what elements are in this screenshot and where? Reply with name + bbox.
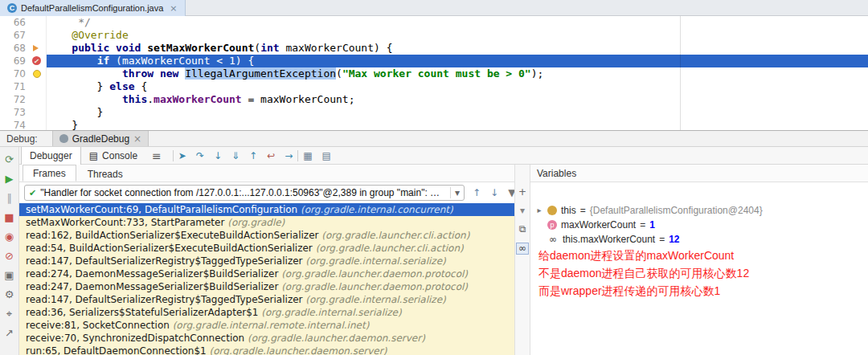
- editor-tab-title: DefaultParallelismConfiguration.java: [21, 3, 163, 13]
- code-line[interactable]: 69 if (maxWorkerCount < 1) {: [0, 55, 868, 67]
- frame-location: read:54, BuildActionSerializer$ExecuteBu…: [26, 243, 316, 254]
- session-tab-title: GradleDebug: [72, 133, 129, 145]
- code-line[interactable]: 73 }: [0, 106, 868, 119]
- debug-main: Debugger ▤ Console ≡ ➤↷↓⇓↑↩→ ▦▤ Frames T…: [19, 147, 868, 355]
- line-number[interactable]: 67: [0, 29, 29, 42]
- session-tab-gradledebug[interactable]: GradleDebug ×: [52, 131, 149, 146]
- gutter-cell[interactable]: [29, 67, 47, 80]
- code-text: public void setMaxWorkerCount(int maxWor…: [47, 42, 868, 55]
- frame-row[interactable]: read:147, DefaultSerializerRegistry$Tagg…: [19, 255, 514, 267]
- code-text: */: [47, 16, 868, 29]
- pin-icon[interactable]: ⌖: [6, 308, 12, 320]
- intention-bulb-icon[interactable]: [33, 70, 41, 78]
- view-breakpoints-icon[interactable]: ◉: [5, 231, 14, 243]
- frame-down-icon[interactable]: ↓: [490, 187, 498, 198]
- line-number[interactable]: 72: [0, 93, 29, 106]
- step-over-icon[interactable]: ↷: [196, 150, 204, 161]
- line-number[interactable]: 66: [0, 16, 29, 29]
- tab-frames[interactable]: Frames: [23, 165, 76, 182]
- line-number[interactable]: 70: [0, 67, 29, 80]
- code-text: if (maxWorkerCount < 1) {: [47, 55, 868, 67]
- variable-kind-icon: [547, 206, 557, 215]
- frame-package: (org.gradle): [227, 217, 285, 228]
- editor-tab[interactable]: C DefaultParallelismConfiguration.java ×: [0, 0, 186, 16]
- step-into-icon[interactable]: ↓: [214, 150, 222, 161]
- tab-debugger[interactable]: Debugger: [21, 147, 81, 165]
- debug-left-toolbar: ⟳▶∥■◉⊘▣⚙⌖↗: [0, 147, 19, 355]
- breakpoint-icon[interactable]: [32, 56, 41, 65]
- frame-row[interactable]: read:274, DaemonMessageSerializer$BuildS…: [19, 267, 514, 280]
- tab-console-label: Console: [102, 150, 137, 161]
- frame-row[interactable]: read:247, DaemonMessageSerializer$BuildS…: [19, 280, 514, 293]
- variable-row[interactable]: ∞this.maxWorkerCount = 12: [535, 232, 868, 247]
- close-icon[interactable]: ×: [170, 3, 177, 14]
- step-toolbar: ➤↷↓⇓↑↩→: [178, 150, 293, 161]
- code-line[interactable]: 71 } else {: [0, 80, 868, 93]
- rerun-icon[interactable]: ⟳: [5, 153, 14, 166]
- gutter-cell[interactable]: [29, 55, 47, 67]
- code-line[interactable]: 66 */: [0, 16, 868, 29]
- gutter-cell[interactable]: [29, 42, 47, 55]
- show-watches-icon[interactable]: ∞: [516, 243, 529, 255]
- variable-row[interactable]: pmaxWorkerCount = 1: [535, 218, 868, 232]
- line-number[interactable]: 69: [0, 55, 29, 67]
- run-to-cursor-icon[interactable]: →: [285, 150, 293, 161]
- mute-breakpoints-icon[interactable]: ⊘: [5, 250, 14, 263]
- force-step-into-icon[interactable]: ⇓: [231, 150, 240, 161]
- line-number[interactable]: 74: [0, 119, 29, 130]
- pause-icon[interactable]: ∥: [6, 192, 12, 205]
- line-number[interactable]: 73: [0, 106, 29, 119]
- layout-icon[interactable]: ▤: [322, 150, 331, 161]
- restore-layout-icon[interactable]: ↗: [5, 327, 14, 340]
- frame-package: (org.gradle.internal.serialize): [305, 294, 445, 305]
- thread-dump-icon[interactable]: ▣: [4, 269, 14, 282]
- collapse-icon[interactable]: ▾: [520, 206, 525, 216]
- tab-console[interactable]: ▤ Console: [81, 147, 145, 165]
- frame-row[interactable]: read:54, BuildActionSerializer$ExecuteBu…: [19, 242, 514, 255]
- code-line[interactable]: 67 @Override: [0, 29, 868, 42]
- gutter-run-icon[interactable]: [33, 45, 39, 51]
- variables-title: Variables: [537, 168, 576, 179]
- frame-row[interactable]: setMaxWorkerCount:69, DefaultParallelism…: [19, 203, 514, 216]
- debug-split: Frames Threads ✔ "Handler for socket con…: [19, 165, 868, 355]
- line-number[interactable]: 68: [0, 42, 29, 55]
- code-line[interactable]: 70 throw new IllegalArgumentException("M…: [0, 67, 868, 80]
- line-number[interactable]: 71: [0, 80, 29, 93]
- resume-icon[interactable]: ▶: [6, 173, 14, 186]
- close-icon[interactable]: ×: [133, 133, 141, 145]
- equals-sign: =: [640, 218, 645, 232]
- frame-row[interactable]: read:162, BuildActionSerializer$ExecuteB…: [19, 229, 514, 242]
- variable-row[interactable]: ▸this = {DefaultParallelismConfiguration…: [535, 203, 868, 218]
- frame-row[interactable]: read:147, DefaultSerializerRegistry$Tagg…: [19, 293, 514, 306]
- frame-location: run:65, DefaultDaemonConnection$1: [26, 345, 210, 355]
- code-line[interactable]: 74 }: [0, 119, 868, 130]
- drop-frame-icon[interactable]: ↩: [267, 150, 275, 161]
- tab-threads[interactable]: Threads: [78, 166, 133, 182]
- settings-icon[interactable]: ⚙: [5, 288, 14, 301]
- code-editor[interactable]: 66 */67 @Override68 public void setMaxWo…: [0, 16, 868, 130]
- code-line[interactable]: 72 this.maxWorkerCount = maxWorkerCount;: [0, 93, 868, 106]
- menu-icon[interactable]: ≡: [152, 149, 162, 162]
- frame-location: read:274, DaemonMessageSerializer$BuildS…: [26, 268, 281, 280]
- frame-up-icon[interactable]: ↑: [473, 187, 481, 198]
- copy-icon[interactable]: ⧉: [519, 224, 526, 235]
- frame-row[interactable]: run:65, DefaultDaemonConnection$1 (org.g…: [19, 345, 514, 355]
- thread-selector[interactable]: ✔ "Handler for socket connection from /1…: [24, 185, 465, 201]
- code-text: throw new IllegalArgumentException("Max …: [47, 67, 868, 80]
- chevron-down-icon[interactable]: ▾: [450, 187, 460, 198]
- frame-row[interactable]: read:36, Serializers$StatefulSerializerA…: [19, 306, 514, 319]
- code-line[interactable]: 68 public void setMaxWorkerCount(int max…: [0, 42, 868, 55]
- code-text: this.maxWorkerCount = maxWorkerCount;: [47, 93, 868, 106]
- step-out-icon[interactable]: ↑: [249, 150, 257, 161]
- expand-chevron-icon[interactable]: ▸: [535, 203, 543, 218]
- frame-row[interactable]: setMaxWorkerCount:733, StartParameter (o…: [19, 216, 514, 229]
- show-execution-point-icon[interactable]: ➤: [178, 150, 186, 161]
- tab-debugger-label: Debugger: [30, 150, 72, 161]
- gutter-cell: [29, 29, 47, 42]
- stop-icon[interactable]: ■: [4, 211, 14, 224]
- frame-row[interactable]: receive:81, SocketConnection (org.gradle…: [19, 319, 514, 332]
- thread-selector-text: "Handler for socket connection from /127…: [40, 187, 446, 198]
- grid-icon[interactable]: ▦: [303, 150, 312, 161]
- frame-row[interactable]: receive:70, SynchronizedDispatchConnecti…: [19, 332, 514, 345]
- add-watch-icon[interactable]: +: [518, 187, 526, 198]
